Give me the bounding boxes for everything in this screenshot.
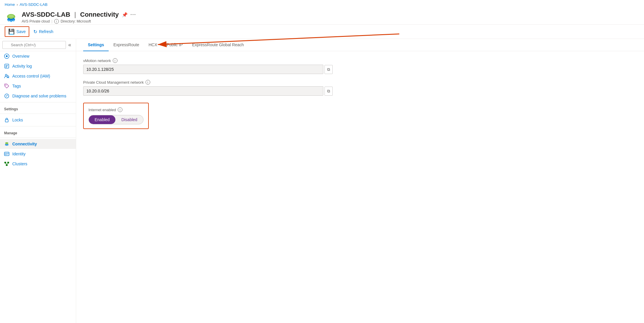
internet-enabled-box: Internet enabled i Enabled Disabled [83,103,149,129]
search-input[interactable] [2,41,66,49]
mgmt-field-group: Private Cloud Management network i ⧉ [83,80,333,96]
sidebar-item-label-locks: Locks [12,118,23,122]
sidebar-item-clusters[interactable]: Clusters [0,159,76,169]
sidebar-item-label-diagnose: Diagnose and solve problems [12,94,66,98]
vmotion-info-icon[interactable]: i [113,58,117,63]
refresh-button[interactable]: ↻ Refresh [30,28,56,36]
sidebar-item-connectivity[interactable]: Connectivity [0,139,76,149]
svg-point-2 [8,15,14,18]
content-body: vMotion network i ⧉ Private Cloud Manage… [76,51,340,136]
mgmt-copy-button[interactable]: ⧉ [324,87,333,96]
refresh-icon: ↻ [33,29,37,35]
directory-text: Directory: Microsoft [61,19,91,23]
sidebar-item-label-overview: Overview [12,54,29,59]
svg-point-10 [6,55,8,57]
connectivity-icon [4,141,9,147]
toolbar: 💾 Save ↻ Refresh [0,25,644,39]
svg-rect-26 [7,145,8,146]
sidebar-item-identity[interactable]: Identity [0,149,76,159]
content-area: Settings ExpressRoute HCX Public IP Expr… [76,39,644,323]
breadcrumb-home[interactable]: Home [5,2,15,7]
sidebar-item-tags[interactable]: Tags [0,81,76,91]
activity-log-icon [4,63,9,69]
svg-point-15 [5,74,7,76]
resource-name: AVS-SDDC-LAB [22,11,70,18]
svg-rect-8 [13,20,14,21]
svg-rect-14 [6,67,7,68]
page-title: AVS-SDDC-LAB | Connectivity 📌 ··· [22,11,639,18]
info-icon[interactable]: i [54,19,59,24]
sidebar-item-overview[interactable]: Overview [0,51,76,61]
diagnose-icon [4,93,9,99]
sidebar-item-label-tags: Tags [12,84,21,88]
vmotion-input [83,65,323,74]
svg-rect-31 [4,162,6,163]
sidebar-item-locks[interactable]: Locks [0,115,76,125]
breadcrumb-resource[interactable]: AVS-SDDC-LAB [20,2,47,7]
svg-rect-7 [10,20,12,22]
breadcrumb-separator: › [17,2,18,7]
svg-point-28 [5,153,7,155]
title-pipe: | [74,11,76,18]
header-subtitle: AVS Private cloud | i Directory: Microso… [22,19,639,24]
section-name: Connectivity [80,11,119,18]
save-button[interactable]: 💾 Save [5,26,29,37]
collapse-sidebar-button[interactable]: « [66,41,74,49]
svg-rect-19 [5,120,8,122]
vmotion-field-group: vMotion network i ⧉ [83,58,333,74]
header-title-block: AVS-SDDC-LAB | Connectivity 📌 ··· AVS Pr… [22,11,639,24]
sidebar-item-label-connectivity: Connectivity [12,142,37,146]
sidebar: 🔍 « Overview Activity log [0,39,76,323]
sidebar-item-label-clusters: Clusters [12,162,27,166]
svg-rect-12 [6,65,8,66]
save-label: Save [16,29,26,34]
identity-icon [4,151,9,157]
toggle-enabled[interactable]: Enabled [89,115,115,124]
tags-icon [4,83,9,89]
locks-icon [4,117,9,123]
refresh-label: Refresh [39,29,53,34]
save-icon: 💾 [8,28,15,35]
svg-rect-33 [6,164,8,166]
sidebar-item-label-activity-log: Activity log [12,64,32,68]
svg-rect-25 [6,145,7,146]
tab-expressroute[interactable]: ExpressRoute [109,39,144,51]
svg-rect-32 [7,162,9,163]
tab-settings[interactable]: Settings [83,39,109,51]
tab-expressroute-global[interactable]: ExpressRoute Global Reach [187,39,249,51]
page-header: AVS-SDDC-LAB | Connectivity 📌 ··· AVS Pr… [0,9,644,25]
mgmt-input-row: ⧉ [83,86,333,96]
mgmt-input [83,86,323,96]
internet-info-icon[interactable]: i [118,107,122,112]
tab-hcx[interactable]: HCX [144,39,162,51]
svg-rect-24 [5,145,6,146]
sidebar-item-activity-log[interactable]: Activity log [0,61,76,71]
resource-icon [5,11,18,24]
toggle-disabled[interactable]: Disabled [115,115,143,124]
sidebar-item-access-control[interactable]: Access control (IAM) [0,71,76,81]
mgmt-info-icon[interactable]: i [146,80,150,85]
vmotion-label: vMotion network i [83,58,333,63]
overview-icon [4,54,9,59]
iam-icon [4,73,9,79]
pin-icon[interactable]: 📌 [122,12,128,18]
internet-toggle-group: Enabled Disabled [88,115,144,124]
internet-enabled-label: Internet enabled i [88,107,144,112]
svg-point-20 [5,142,8,144]
mgmt-label: Private Cloud Management network i [83,80,333,85]
more-icon[interactable]: ··· [131,12,136,17]
main-layout: 🔍 « Overview Activity log [0,39,644,323]
sidebar-item-label-identity: Identity [12,152,25,156]
tab-public-ip[interactable]: Public IP [162,39,187,51]
vmotion-input-row: ⧉ [83,65,333,74]
vmotion-copy-button[interactable]: ⧉ [324,65,333,74]
breadcrumb: Home › AVS-SDDC-LAB [0,0,644,9]
sidebar-item-label-iam: Access control (IAM) [12,74,50,78]
manage-section-label: Manage [0,128,76,136]
svg-rect-6 [8,20,10,21]
sidebar-nav: Overview Activity log Access control (IA… [0,51,76,323]
svg-rect-13 [6,66,7,67]
clusters-icon [4,161,9,166]
svg-point-17 [6,85,6,86]
sidebar-item-diagnose[interactable]: Diagnose and solve problems [0,91,76,101]
